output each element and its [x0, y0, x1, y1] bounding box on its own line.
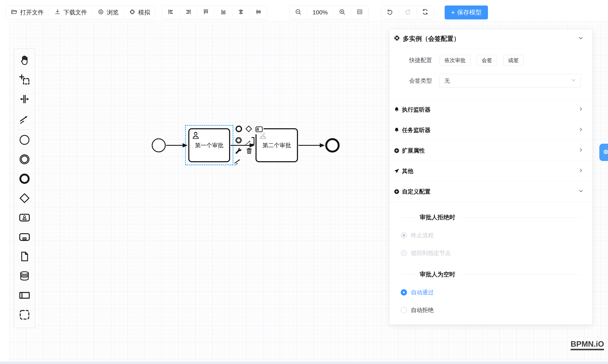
section-execution-listener[interactable]: 执行监听器	[390, 100, 592, 120]
align-top-button[interactable]	[197, 6, 215, 19]
align-left-button[interactable]	[162, 6, 180, 19]
panel-title: 多实例（会签配置）	[403, 34, 460, 43]
radio-auto-reject[interactable]: 自动拒绝	[401, 306, 592, 314]
section-label: 任务监听器	[402, 126, 430, 134]
bottom-scroll-strip[interactable]	[0, 362, 608, 364]
create-group-icon	[18, 309, 31, 322]
simulate-icon	[129, 8, 136, 17]
align-center-vertical-button[interactable]	[250, 6, 267, 19]
append-end-event-icon[interactable]	[235, 125, 243, 134]
align-bottom-icon	[220, 8, 227, 17]
save-model-label: 保存模型	[457, 8, 482, 17]
section-extended-properties[interactable]: 扩展属性	[390, 141, 592, 161]
create-end-event[interactable]	[14, 169, 35, 189]
create-intermediate-event[interactable]	[14, 150, 35, 169]
append-user-task-icon[interactable]	[255, 125, 264, 134]
plus-circle-icon	[394, 147, 400, 154]
section-custom-config[interactable]: 自定义配置	[390, 182, 592, 202]
redo-icon	[404, 8, 411, 17]
download-file-label: 下载文件	[63, 8, 87, 16]
section-other[interactable]: 其他	[390, 161, 592, 182]
zoom-toolbar-group: 100%	[289, 5, 369, 19]
radio-terminate-process[interactable]: 终止流程	[401, 232, 592, 239]
space-tool-icon	[18, 93, 31, 106]
create-participant[interactable]	[14, 286, 35, 305]
start-event-node[interactable]	[152, 138, 166, 152]
open-file-label: 打开文件	[20, 8, 44, 16]
global-connect-tool-icon	[18, 112, 31, 126]
settings-fab[interactable]	[599, 144, 608, 161]
open-file-button[interactable]: 打开文件	[6, 6, 49, 19]
reset-icon-button[interactable]	[417, 6, 434, 19]
sign-type-label: 会签类型	[390, 77, 432, 85]
divider	[401, 217, 415, 218]
radio-label: 指定成员审批	[411, 324, 445, 325]
space-tool[interactable]	[14, 90, 35, 109]
undo-button[interactable]	[382, 6, 399, 19]
redo-button[interactable]	[399, 6, 417, 19]
quick-config-label: 快捷配置	[390, 56, 432, 64]
radio-label: 自动拒绝	[411, 306, 434, 314]
radio-label: 自动通过	[411, 289, 434, 296]
divider	[401, 274, 415, 275]
section-task-listener[interactable]: 任务监听器	[390, 120, 592, 141]
zoom-in-button[interactable]	[333, 6, 351, 19]
change-type-icon[interactable]	[234, 147, 242, 156]
file-toolbar-group: 打开文件 下载文件 浏览 模拟	[5, 5, 155, 19]
zoom-out-button[interactable]	[290, 6, 307, 19]
radio-icon	[401, 232, 407, 238]
reject-group-title: 审批人拒绝时	[420, 213, 455, 221]
hand-tool[interactable]	[14, 51, 35, 70]
align-bottom-button[interactable]	[215, 6, 232, 19]
task-node-first[interactable]: 第一个审批	[188, 128, 230, 162]
save-model-button[interactable]: + 保存模型	[445, 5, 488, 19]
create-data-object[interactable]	[14, 247, 35, 267]
quick-option-orsign[interactable]: 或签	[503, 55, 524, 65]
preview-icon	[97, 8, 104, 17]
sign-type-row: 会签类型 无	[390, 74, 592, 88]
connect-icon[interactable]	[234, 156, 243, 167]
preview-label: 浏览	[107, 8, 119, 16]
append-gateway-icon[interactable]	[245, 125, 253, 134]
radio-assign-member[interactable]: 指定成员审批	[401, 324, 592, 325]
user-task-icon	[191, 130, 200, 141]
chevron-down-icon	[578, 35, 584, 42]
bpmn-io-logo[interactable]: BPMN.iO	[571, 340, 604, 350]
end-event-node[interactable]	[325, 138, 340, 153]
download-file-button[interactable]: 下载文件	[49, 6, 92, 19]
create-gateway[interactable]	[14, 189, 35, 208]
radio-auto-pass[interactable]: 自动通过	[401, 289, 592, 296]
align-center-horizontal-button[interactable]	[232, 6, 250, 19]
plus-circle-icon	[394, 188, 400, 195]
simulate-button[interactable]: 模拟	[124, 6, 155, 19]
send-icon	[394, 168, 400, 174]
global-connect-tool[interactable]	[14, 109, 35, 129]
lasso-tool[interactable]	[14, 70, 35, 90]
bpmn-editor: 打开文件 下载文件 浏览 模拟 100%	[0, 0, 608, 364]
zoom-out-icon	[295, 8, 302, 17]
create-group[interactable]	[14, 305, 35, 325]
create-data-store[interactable]	[14, 267, 35, 286]
align-center-horizontal-icon	[237, 8, 245, 17]
multi-instance-header[interactable]: 多实例（会签配置）	[390, 29, 592, 48]
create-user-task[interactable]	[14, 208, 35, 228]
undo-icon	[386, 8, 394, 17]
preview-button[interactable]: 浏览	[92, 6, 124, 19]
append-text-annotation-icon[interactable]	[243, 136, 255, 147]
fit-viewport-button[interactable]	[351, 6, 368, 19]
append-intermediate-event-icon[interactable]	[234, 136, 243, 145]
zoom-in-icon	[339, 8, 346, 17]
chevron-right-icon	[578, 168, 584, 175]
quick-option-sequential[interactable]: 依次审批	[440, 55, 470, 65]
sign-type-select[interactable]: 无	[440, 74, 581, 88]
align-right-button[interactable]	[180, 6, 197, 19]
gear-icon	[602, 148, 608, 156]
radio-return-to-node[interactable]: 驳回到指定节点	[401, 249, 592, 257]
create-subprocess[interactable]	[14, 228, 35, 247]
quick-option-countersign[interactable]: 会签	[477, 55, 497, 65]
hand-tool-icon	[18, 54, 31, 67]
delete-icon[interactable]	[245, 147, 253, 156]
fit-viewport-icon	[356, 8, 363, 17]
create-intermediate-event-icon	[18, 153, 31, 166]
create-start-event[interactable]	[14, 130, 35, 150]
